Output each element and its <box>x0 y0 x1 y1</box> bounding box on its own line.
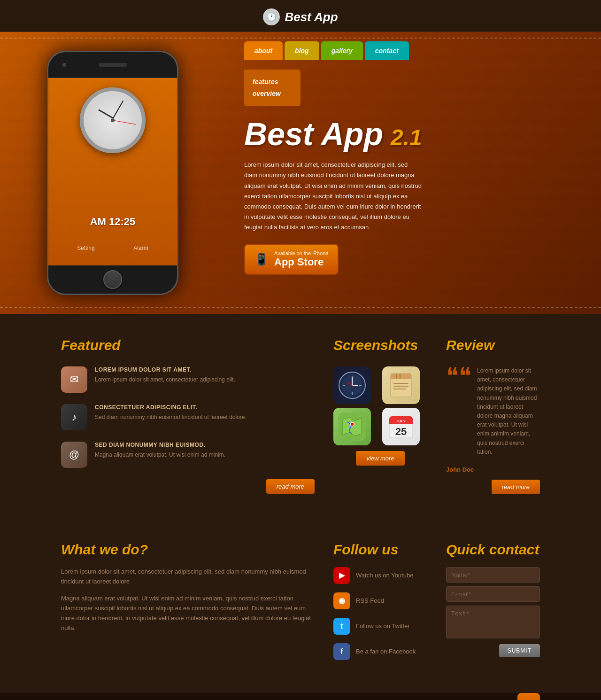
tab-blog[interactable]: blog <box>285 41 319 60</box>
iphone-bottom <box>48 265 177 294</box>
footer: Best App © 2013 All Rights Reserved | Pr… <box>0 692 601 700</box>
follow-twitter[interactable]: t Follow us on Twitter <box>333 618 427 635</box>
feature-title-2: CONSECTETUER ADIPISCING ELIT. <box>95 404 247 411</box>
header: 🕐 Best App <box>0 0 601 32</box>
appstore-button[interactable]: 📱 Available on the iPhone App Store <box>244 244 339 275</box>
review-read-more-button[interactable]: read more <box>492 480 540 494</box>
review-section: Review ❝❝ Lorem ipsum dolor sit amet, co… <box>446 337 540 494</box>
screenshot-1[interactable] <box>333 366 371 404</box>
tab-about[interactable]: about <box>244 41 283 60</box>
submit-wrap: SUBMIT <box>446 644 540 657</box>
clock-hour-hand <box>98 109 113 118</box>
screenshot-2[interactable] <box>382 366 420 404</box>
iphone-speaker <box>99 63 127 67</box>
svg-rect-11 <box>391 378 411 379</box>
screenshot-3[interactable] <box>333 408 371 445</box>
follow-rss[interactable]: ◉ RSS Feed <box>333 592 427 609</box>
appstore-text: Available on the iPhone App Store <box>274 250 328 268</box>
facebook-icon: f <box>333 643 350 660</box>
hero-description: Lorem ipsum dolor sit amet, consectetuer… <box>244 160 423 233</box>
featured-section: Featured ✉ LOREM IPSUM DOLOR SIT AMET. L… <box>61 337 315 494</box>
follow-facebook[interactable]: f Be a fan on Facebook <box>333 643 427 660</box>
sub-nav-features[interactable]: features <box>253 76 292 88</box>
scroll-to-top-button[interactable]: ▲ <box>517 693 540 700</box>
iphone-screen: AM 12:25 Setting Alarm <box>48 78 177 265</box>
feature-item-3: @ SED DIAM NONUMMY NIBH EUISMOD. Magna a… <box>61 442 315 468</box>
screenshots-view-more-button[interactable]: view more <box>356 451 404 466</box>
hero-version: 2.1 <box>391 124 422 150</box>
review-text: Lorem ipsum dolor sit amet, consectetuer… <box>477 366 540 457</box>
svg-point-18 <box>350 422 354 426</box>
feature-content-2: CONSECTETUER ADIPISCING ELIT. Sed diam n… <box>95 404 247 421</box>
screenshots-section: Screenshots <box>333 337 427 494</box>
twitter-icon: t <box>333 618 350 635</box>
featured-read-more-button[interactable]: read more <box>266 479 315 494</box>
featured-read-more-wrap: read more <box>61 479 315 494</box>
hero-phone-area: AM 12:25 Setting Alarm <box>0 32 225 314</box>
hero-section: AM 12:25 Setting Alarm about blog galler… <box>0 32 601 314</box>
what-para-1: Lorem ipsum dolor sit amet, consectetuer… <box>61 567 315 587</box>
review-author: John Doe <box>446 466 540 473</box>
iphone-camera <box>62 63 66 67</box>
iphone-side-button <box>177 90 178 113</box>
feature-title-1: LOREM IPSUM DOLOR SIT AMET. <box>95 366 235 373</box>
clock-alarm-btn[interactable]: Alarm <box>133 245 148 251</box>
follow-us-section: Follow us ▶ Watch us on Youtube ◉ RSS Fe… <box>333 542 427 669</box>
screenshots-title: Screenshots <box>333 337 427 353</box>
youtube-icon: ▶ <box>333 567 350 584</box>
twitter-label: Follow us on Twitter <box>356 622 410 630</box>
feature-item-1: ✉ LOREM IPSUM DOLOR SIT AMET. Lorem ipsu… <box>61 366 315 393</box>
screenshot-4[interactable]: JULY 25 <box>382 408 420 445</box>
nav-tabs: about blog gallery contact <box>244 41 582 60</box>
feature-desc-1: Lorem ipsum dolor sit amet, consectetuer… <box>95 375 235 384</box>
hero-title: Best App 2.1 <box>244 116 582 152</box>
clock-face <box>80 87 146 153</box>
contact-text-input[interactable] <box>446 606 540 638</box>
appstore-bottom-text: App Store <box>274 256 328 268</box>
view-more-wrap: view more <box>333 451 427 466</box>
feature-item-2: ♪ CONSECTETUER ADIPISCING ELIT. Sed diam… <box>61 404 315 430</box>
svg-text:25: 25 <box>395 426 407 437</box>
appstore-phone-icon: 📱 <box>254 253 269 266</box>
sub-nav-overview[interactable]: overview <box>253 88 292 100</box>
quick-contact-title: Quick contact <box>446 542 540 558</box>
feature-content-1: LOREM IPSUM DOLOR SIT AMET. Lorem ipsum … <box>95 366 235 384</box>
feature-content-3: SED DIAM NONUMMY NIBH EUISMOD. Magna ali… <box>95 442 225 459</box>
svg-text:JULY: JULY <box>396 419 406 423</box>
home-button[interactable] <box>103 270 122 289</box>
follow-youtube[interactable]: ▶ Watch us on Youtube <box>333 567 427 584</box>
follow-us-title: Follow us <box>333 542 427 558</box>
clock-center-dot <box>111 118 115 122</box>
rss-label: RSS Feed <box>356 597 384 604</box>
featured-title: Featured <box>61 337 315 353</box>
clock-inner <box>85 92 141 148</box>
youtube-label: Watch us on Youtube <box>356 572 413 579</box>
clock-setting-btn[interactable]: Setting <box>77 245 94 251</box>
feature-icon-mail: ✉ <box>61 366 87 393</box>
rss-icon: ◉ <box>333 592 350 609</box>
what-we-do-section: What we do? Lorem ipsum dolor sit amet, … <box>61 542 315 669</box>
clock-minute-hand <box>112 101 123 119</box>
tab-contact[interactable]: contact <box>365 41 409 60</box>
clock-time-text: AM 12:25 <box>48 216 177 228</box>
bottom-section: What we do? Lorem ipsum dolor sit amet, … <box>0 518 601 692</box>
iphone-mockup: AM 12:25 Setting Alarm <box>47 51 178 295</box>
what-para-2: Magna aliquam erat volutpat. Ut wisi eni… <box>61 594 315 633</box>
feature-desc-2: Sed diam nonummy nibh euismod tincidunt … <box>95 413 247 421</box>
facebook-label: Be a fan on Facebook <box>356 648 416 655</box>
contact-email-input[interactable] <box>446 586 540 602</box>
logo-icon: 🕐 <box>263 8 280 25</box>
iphone-top <box>48 52 177 78</box>
review-quote-icon: ❝❝ <box>446 366 471 461</box>
logo-text: Best App <box>285 10 338 24</box>
clock-buttons: Setting Alarm <box>48 245 177 251</box>
clock-second-hand <box>113 120 136 125</box>
submit-button[interactable]: SUBMIT <box>499 644 540 657</box>
main-content: Featured ✉ LOREM IPSUM DOLOR SIT AMET. L… <box>0 314 601 518</box>
review-read-more-wrap: read more <box>446 480 540 494</box>
contact-name-input[interactable] <box>446 567 540 583</box>
feature-title-3: SED DIAM NONUMMY NIBH EUISMOD. <box>95 442 225 448</box>
tab-gallery[interactable]: gallery <box>321 41 363 60</box>
feature-icon-music: ♪ <box>61 404 87 430</box>
screenshots-grid: JULY 25 <box>333 366 427 445</box>
